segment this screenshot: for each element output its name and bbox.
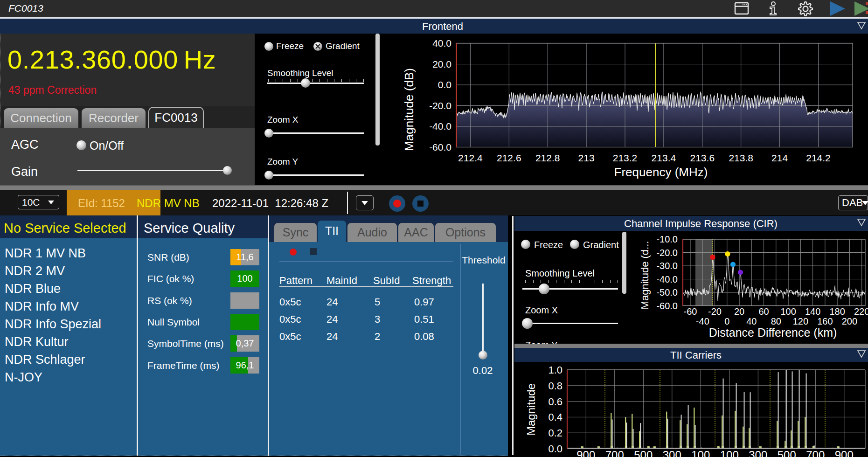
svg-text:140: 140 xyxy=(805,306,820,317)
svg-text:20: 20 xyxy=(734,306,744,317)
svg-text:0.2: 0.2 xyxy=(548,427,562,439)
svg-text:-60.0: -60.0 xyxy=(429,142,451,152)
svg-text:213.6: 213.6 xyxy=(690,152,715,163)
svg-text:-40.0: -40.0 xyxy=(429,121,451,132)
svg-text:500: 500 xyxy=(778,449,796,457)
svg-text:212.4: 212.4 xyxy=(458,152,483,163)
svg-text:0.0: 0.0 xyxy=(548,443,562,455)
svg-text:500: 500 xyxy=(634,449,653,457)
svg-text:0.4: 0.4 xyxy=(548,411,562,423)
svg-text:0: 0 xyxy=(724,316,729,326)
svg-text:Magnitude (d...: Magnitude (d... xyxy=(639,241,651,310)
svg-text:0.6: 0.6 xyxy=(548,396,562,408)
svg-text:60: 60 xyxy=(758,306,769,317)
svg-text:0.0: 0.0 xyxy=(438,79,451,90)
svg-text:214: 214 xyxy=(771,152,788,163)
svg-text:220: 220 xyxy=(854,306,868,317)
svg-text:900: 900 xyxy=(576,449,595,457)
svg-text:120: 120 xyxy=(793,316,808,326)
svg-text:-20.0: -20.0 xyxy=(656,248,678,258)
svg-text:100: 100 xyxy=(720,449,739,457)
svg-text:20.0: 20.0 xyxy=(432,59,451,69)
svg-text:-50.0: -50.0 xyxy=(656,287,678,298)
svg-text:300: 300 xyxy=(749,449,767,457)
svg-text:700: 700 xyxy=(806,449,825,457)
svg-text:40.0: 40.0 xyxy=(432,38,451,48)
svg-text:213: 213 xyxy=(578,152,595,163)
svg-text:900: 900 xyxy=(835,449,854,457)
svg-text:Magnitude (dB): Magnitude (dB) xyxy=(402,68,416,151)
svg-text:Frequency (MHz): Frequency (MHz) xyxy=(614,165,708,179)
svg-text:80: 80 xyxy=(771,316,781,326)
svg-text:214.2: 214.2 xyxy=(806,152,831,163)
svg-text:100: 100 xyxy=(780,306,796,317)
svg-text:-60: -60 xyxy=(684,306,697,317)
svg-text:-20: -20 xyxy=(708,306,722,317)
svg-text:-60.0: -60.0 xyxy=(656,301,678,311)
svg-text:-10.0: -10.0 xyxy=(656,234,678,244)
svg-text:213.8: 213.8 xyxy=(729,152,753,163)
svg-text:212.6: 212.6 xyxy=(497,152,521,163)
svg-text:200: 200 xyxy=(842,316,857,326)
svg-text:Magnitude: Magnitude xyxy=(525,383,537,436)
svg-text:-40.0: -40.0 xyxy=(656,274,678,284)
svg-text:Distance Difference (km): Distance Difference (km) xyxy=(709,326,837,339)
svg-text:-40: -40 xyxy=(696,316,709,326)
svg-text:213.2: 213.2 xyxy=(613,152,638,163)
svg-text:160: 160 xyxy=(817,316,833,326)
svg-text:213.4: 213.4 xyxy=(652,152,676,163)
svg-text:212.8: 212.8 xyxy=(535,152,560,163)
svg-text:300: 300 xyxy=(663,449,681,457)
svg-text:1.0: 1.0 xyxy=(548,364,562,376)
svg-text:40: 40 xyxy=(746,316,757,326)
svg-text:180: 180 xyxy=(829,306,845,317)
svg-text:-20.0: -20.0 xyxy=(429,100,451,111)
svg-text:0.8: 0.8 xyxy=(548,380,562,392)
svg-text:100: 100 xyxy=(691,449,710,457)
svg-text:700: 700 xyxy=(605,449,624,457)
svg-text:-30.0: -30.0 xyxy=(656,261,678,271)
